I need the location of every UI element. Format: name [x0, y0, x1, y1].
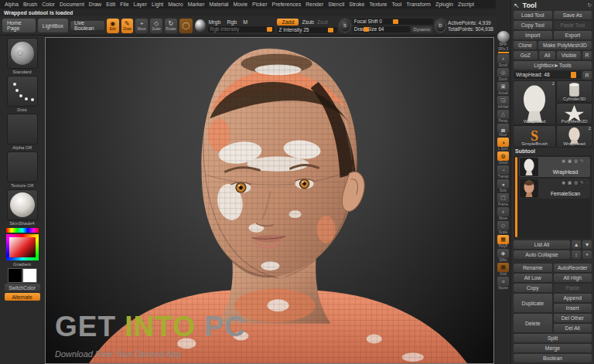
shelf-item-ghost[interactable]: ◍Ghost: [496, 151, 510, 165]
switch-color-button[interactable]: SwitchColor: [5, 284, 40, 291]
draw-size-slider[interactable]: Draw Size 64: [353, 26, 410, 32]
shelf-item-frame[interactable]: ▢Frame: [496, 193, 510, 206]
copy-subtool-button[interactable]: Copy: [514, 284, 552, 292]
menu-item[interactable]: Alpha: [2, 2, 21, 7]
append-button[interactable]: Append: [554, 294, 592, 302]
menu-item[interactable]: Draw: [87, 2, 104, 7]
focal-shift-slider[interactable]: Focal Shift 0: [353, 19, 433, 25]
tool-thumb-wraphead2[interactable]: 2 WrapHead: [557, 126, 592, 147]
del-all-button[interactable]: Del All: [554, 324, 592, 332]
delete-button[interactable]: Delete: [514, 314, 552, 332]
visibility-eye-icon[interactable]: ◉: [562, 180, 565, 185]
color-picker[interactable]: [6, 234, 39, 260]
shelf-item-scroll[interactable]: +Scroll: [496, 54, 510, 67]
current-brush-button[interactable]: [8, 39, 37, 68]
depth-indicator-icon[interactable]: D: [435, 19, 446, 32]
clone-button[interactable]: Clone: [514, 41, 537, 49]
auto-collapse-button[interactable]: Auto Collapse: [514, 250, 570, 259]
polypaint-icon[interactable]: ▣: [568, 180, 572, 185]
secondary-color-swatch[interactable]: [23, 269, 36, 282]
subtool-item[interactable]: ◉ ▣ ◍ ✎ ◌ FemaleScan: [519, 179, 590, 199]
tool-thumb-simplebrush[interactable]: S SimpleBrush: [514, 126, 555, 147]
subtool-item[interactable]: ◉ ▣ ◍ ✎ ◌ WrapHead: [519, 157, 590, 177]
mrgb-button[interactable]: Mrgb: [208, 19, 220, 25]
shelf-item-transp[interactable]: ◔Transp: [496, 165, 510, 179]
draw-button[interactable]: ✎ Draw: [121, 19, 134, 33]
dynamic-button[interactable]: Dynamic: [411, 26, 432, 32]
autoreorder-button[interactable]: AutoReorder: [554, 264, 592, 272]
m-button[interactable]: M: [243, 19, 248, 25]
main-color-swatch[interactable]: [9, 269, 22, 282]
save-as-button[interactable]: Save As: [554, 11, 592, 19]
menu-item[interactable]: Texture: [367, 2, 389, 7]
goz-all-button[interactable]: All: [539, 51, 556, 60]
menu-item[interactable]: Document: [57, 2, 87, 7]
shelf-item-aahalf[interactable]: ◲AAHalf: [496, 96, 510, 109]
slider-thumb[interactable]: [571, 72, 576, 78]
slider-thumb[interactable]: [328, 28, 333, 32]
collapse-icon-button[interactable]: ↕: [572, 250, 581, 259]
uv-icon[interactable]: ◍: [574, 158, 578, 163]
stroke-type-button[interactable]: [8, 77, 37, 106]
visibility-eye-icon[interactable]: ◉: [562, 158, 565, 163]
brush-preview-sphere[interactable]: [195, 19, 206, 32]
active-tool-slider[interactable]: WrapHead: 48: [514, 71, 581, 79]
panel-menu-icon[interactable]: ↻: [587, 2, 592, 9]
export-button[interactable]: Export: [554, 31, 592, 39]
copy-tool-button[interactable]: Copy Tool: [514, 21, 552, 29]
panel-back-icon[interactable]: ↖: [514, 2, 520, 9]
shelf-item-grid[interactable]: ▦Grid: [496, 263, 510, 276]
add-subtool-button[interactable]: +: [582, 250, 592, 259]
menu-item[interactable]: Color: [39, 2, 57, 7]
menu-item[interactable]: Stencil: [326, 2, 346, 7]
merge-button[interactable]: Merge: [514, 344, 592, 352]
edit-button[interactable]: ◉ Edit: [107, 19, 119, 33]
shelf-item-bpr[interactable]: BPR: [496, 31, 510, 46]
goz-visible-button[interactable]: Visible: [557, 51, 581, 60]
spix-slider[interactable]: [498, 52, 509, 53]
texture-button[interactable]: [8, 152, 37, 182]
slider-thumb[interactable]: [267, 27, 272, 32]
r-button[interactable]: R: [582, 51, 592, 60]
shelf-item-actual[interactable]: ▣Actual: [496, 82, 510, 95]
color-picker-square[interactable]: [9, 237, 36, 257]
menu-item[interactable]: Tool: [389, 2, 404, 7]
viewport-canvas[interactable]: GET INTO PC Download Free Your Desired A…: [45, 37, 494, 364]
menu-item[interactable]: Marker: [186, 2, 207, 7]
menu-item[interactable]: Render: [303, 2, 326, 7]
menu-item[interactable]: File: [118, 2, 131, 7]
menu-item[interactable]: Preferences: [270, 2, 304, 7]
menu-item[interactable]: Picker: [250, 2, 269, 7]
load-tool-button[interactable]: Load Tool: [514, 11, 552, 19]
edit-pen-icon[interactable]: ✎: [580, 180, 584, 185]
all-low-button[interactable]: All Low: [514, 274, 552, 282]
all-high-button[interactable]: All High: [554, 274, 592, 282]
move-button[interactable]: + Move: [135, 19, 148, 33]
menu-item[interactable]: Light: [149, 2, 166, 7]
zsub-button[interactable]: Zsub: [302, 19, 314, 25]
shelf-item-zoom[interactable]: ◎Zoom: [496, 68, 510, 81]
hue-spectrum-strip[interactable]: [6, 228, 39, 233]
boolean-button[interactable]: Boolean: [514, 354, 592, 362]
rename-button[interactable]: Rename: [514, 264, 552, 272]
shelf-item-polyf[interactable]: ▦PolyF: [496, 235, 510, 248]
z-intensity-slider[interactable]: Z Intensity 25: [277, 27, 337, 33]
shelf-item-lsym[interactable]: ◑L.Sym: [496, 138, 510, 151]
polypaint-icon[interactable]: ▣: [568, 158, 572, 163]
close-icon[interactable]: ◌: [586, 180, 589, 185]
subtool-down-button[interactable]: ▼: [582, 240, 592, 249]
rgb-intensity-slider[interactable]: Rgb Intensity: [208, 26, 275, 32]
shelf-item-scale[interactable]: ◇Scale: [496, 221, 510, 234]
menu-item[interactable]: Layer: [131, 2, 150, 7]
stroke-indicator-icon[interactable]: S: [340, 19, 350, 32]
del-other-button[interactable]: Del Other: [554, 314, 592, 322]
slider-thumb[interactable]: [393, 19, 398, 24]
shelf-item-persp[interactable]: △Persp: [496, 110, 510, 123]
menu-item[interactable]: Edit: [104, 2, 118, 7]
alpha-button[interactable]: [8, 114, 37, 144]
menu-item[interactable]: Brush: [21, 2, 39, 7]
menu-item[interactable]: Zplugin: [433, 2, 456, 7]
subtool-up-button[interactable]: ▲: [572, 240, 581, 249]
edit-pen-icon[interactable]: ✎: [580, 158, 584, 163]
shelf-item-floor[interactable]: ▄Floor: [496, 124, 510, 137]
